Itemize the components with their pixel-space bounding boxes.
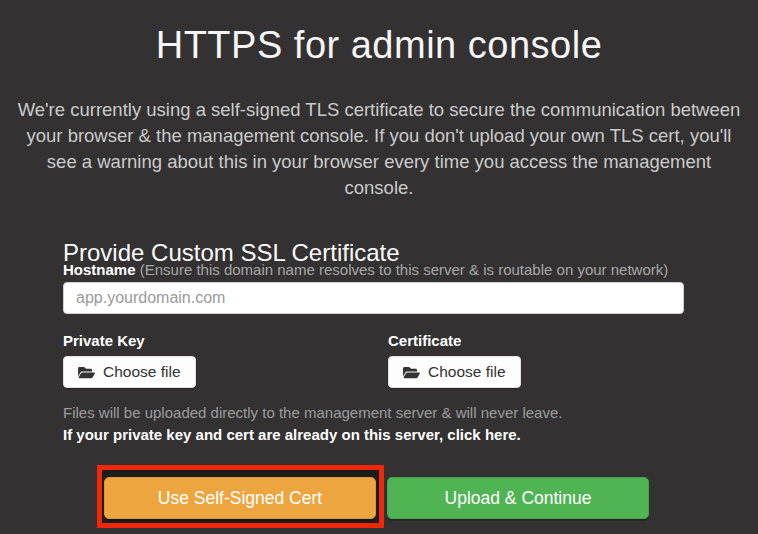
hostname-hint: (Ensure this domain name resolves to thi… <box>140 261 669 278</box>
upload-note: Files will be uploaded directly to the m… <box>63 404 562 421</box>
folder-open-icon <box>403 365 420 380</box>
upload-continue-button[interactable]: Upload & Continue <box>387 477 649 519</box>
hostname-input[interactable] <box>63 282 684 314</box>
intro-text: We're currently using a self-signed TLS … <box>10 97 748 201</box>
hostname-label-row: Hostname (Ensure this domain name resolv… <box>63 261 718 278</box>
existing-cert-link[interactable]: If your private key and cert are already… <box>63 426 521 443</box>
private-key-choose-file-button[interactable]: Choose file <box>63 356 196 388</box>
hostname-label: Hostname <box>63 261 136 278</box>
choose-file-label: Choose file <box>428 363 506 381</box>
page-title: HTTPS for admin console <box>0 17 758 73</box>
folder-open-icon <box>78 365 95 380</box>
certificate-label: Certificate <box>388 332 461 349</box>
private-key-label: Private Key <box>63 332 145 349</box>
use-self-signed-cert-button[interactable]: Use Self-Signed Cert <box>104 477 376 519</box>
certificate-choose-file-button[interactable]: Choose file <box>388 356 521 388</box>
choose-file-label: Choose file <box>103 363 181 381</box>
https-setup-screen: HTTPS for admin console We're currently … <box>0 0 758 534</box>
